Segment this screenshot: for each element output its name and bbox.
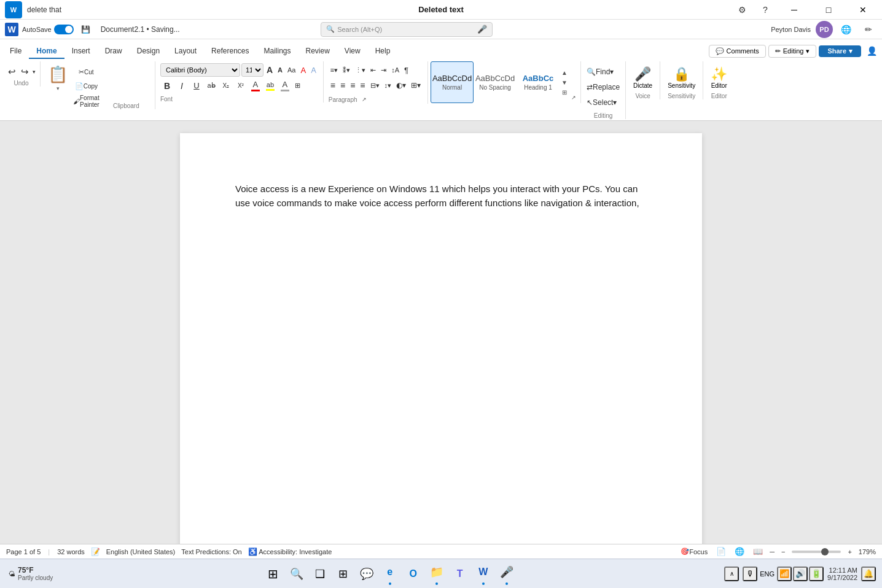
- text-effects-button[interactable]: A: [309, 63, 318, 77]
- accessibility-status[interactable]: ♿ Accessibility: Investigate: [248, 547, 332, 556]
- notification-button[interactable]: 🔔: [861, 567, 876, 581]
- voice-access-taskbar-button[interactable]: 🎤: [497, 562, 517, 582]
- web-layout-btn[interactable]: 🌐: [733, 545, 746, 559]
- redo-button[interactable]: ↪: [19, 65, 31, 79]
- font-color-button[interactable]: A: [249, 79, 262, 93]
- tab-help[interactable]: Help: [368, 44, 398, 59]
- multilevel-button[interactable]: ⋮▾: [353, 63, 367, 77]
- translate-icon[interactable]: 🌐: [838, 21, 855, 38]
- edge-button[interactable]: e: [380, 562, 400, 582]
- replace-button[interactable]: ⇄ Replace: [585, 80, 622, 94]
- help-icon[interactable]: ?: [757, 1, 774, 18]
- paste-button[interactable]: 📋: [45, 64, 70, 85]
- read-mode-btn[interactable]: 📖: [751, 545, 765, 559]
- subscript-button[interactable]: X₂: [219, 79, 233, 93]
- format-painter-button[interactable]: 🖌 Format Painter: [71, 93, 101, 109]
- tab-references[interactable]: References: [204, 44, 256, 59]
- file-explorer-button[interactable]: 📁: [427, 562, 447, 582]
- char-shade-button[interactable]: A: [278, 79, 292, 93]
- zoom-out-btn[interactable]: −: [779, 545, 787, 559]
- change-case-button[interactable]: Aa: [286, 63, 297, 77]
- text-predictions[interactable]: Text Predictions: On: [181, 548, 241, 555]
- tab-view[interactable]: View: [337, 44, 368, 59]
- char-border-button[interactable]: ⊞: [293, 79, 302, 93]
- copy-button[interactable]: 📄 Copy: [71, 79, 101, 93]
- tab-file[interactable]: File: [2, 44, 29, 59]
- style-heading1[interactable]: AaBbCc Heading 1: [517, 61, 560, 103]
- line-spacing-button[interactable]: ↕▾: [383, 79, 394, 92]
- mic-tray-icon[interactable]: 🎙: [743, 567, 757, 581]
- paragraph-expand-button[interactable]: ↗: [360, 95, 369, 104]
- search-button[interactable]: 🔍: [287, 564, 306, 584]
- avatar[interactable]: PD: [816, 21, 833, 38]
- cut-button[interactable]: ✂ Cut: [71, 65, 101, 79]
- align-left-button[interactable]: ≡: [329, 79, 337, 92]
- tab-draw[interactable]: Draw: [98, 44, 130, 59]
- increase-indent-button[interactable]: ⇥: [379, 63, 388, 77]
- find-button[interactable]: 🔍 Find ▾: [585, 65, 615, 79]
- show-formatting-button[interactable]: ¶: [402, 63, 410, 77]
- document-content[interactable]: Voice access is a new Experience on Wind…: [235, 182, 647, 210]
- styles-scroll-down[interactable]: ▼: [560, 77, 569, 87]
- document-area[interactable]: Voice access is a new Experience on Wind…: [0, 121, 882, 544]
- clock-area[interactable]: 12:11 AM 9/17/2022: [827, 567, 857, 581]
- search-bar[interactable]: 🔍 Search (Alt+Q) 🎤: [321, 22, 493, 37]
- taskview-button[interactable]: ❑: [310, 564, 330, 584]
- collaborators-icon[interactable]: 👤: [864, 43, 880, 59]
- close-button[interactable]: ✕: [849, 0, 877, 20]
- columns-button[interactable]: ⊟▾: [369, 79, 381, 92]
- share-button[interactable]: Share ▾: [819, 45, 861, 57]
- numbering-button[interactable]: ⁑▾: [341, 63, 352, 77]
- settings-icon[interactable]: ⚙: [733, 1, 751, 18]
- weather-widget[interactable]: 🌤 75°F Partly cloudy: [6, 563, 55, 584]
- language-indicator[interactable]: ENG: [759, 569, 776, 579]
- tab-review[interactable]: Review: [299, 44, 337, 59]
- editing-mode-button[interactable]: ✏ Editing ▾: [768, 45, 817, 58]
- tab-design[interactable]: Design: [130, 44, 167, 59]
- editor-button[interactable]: ✨ Editor: [708, 64, 730, 91]
- zoom-in-btn[interactable]: +: [846, 545, 853, 559]
- battery-icon[interactable]: 🔋: [809, 567, 824, 581]
- word-taskbar-button[interactable]: W: [474, 562, 493, 582]
- print-layout-btn[interactable]: 📄: [714, 545, 728, 559]
- start-button[interactable]: ⊞: [263, 564, 283, 584]
- document-paragraph[interactable]: Voice access is a new Experience on Wind…: [235, 182, 647, 210]
- grow-font-button[interactable]: A: [265, 63, 275, 77]
- italic-button[interactable]: I: [175, 79, 189, 93]
- highlight-button[interactable]: ab: [263, 79, 277, 93]
- sensitivity-button[interactable]: 🔒 Sensitivity: [665, 64, 698, 91]
- font-name-select[interactable]: Calibri (Body): [160, 63, 240, 77]
- superscript-button[interactable]: X²: [234, 79, 248, 93]
- paste-dropdown-btn[interactable]: ▾: [57, 85, 60, 91]
- tab-home[interactable]: Home: [29, 44, 64, 59]
- wifi-icon[interactable]: 📶: [777, 567, 792, 581]
- style-normal[interactable]: AaBbCcDd Normal: [431, 61, 474, 103]
- widgets-button[interactable]: ⊞: [334, 564, 353, 584]
- minimize-button[interactable]: ─: [780, 0, 808, 20]
- autosave-toggle[interactable]: [54, 25, 74, 34]
- teams-chat-button[interactable]: 💬: [357, 564, 377, 584]
- dictate-button[interactable]: 🎤 Dictate: [631, 64, 655, 91]
- outlook-button[interactable]: O: [404, 564, 423, 584]
- maximize-button[interactable]: □: [814, 0, 843, 20]
- overflow-icon[interactable]: ∧: [724, 567, 739, 581]
- comments-button[interactable]: 💬 Comments: [709, 45, 766, 58]
- document-page[interactable]: Voice access is a new Experience on Wind…: [180, 133, 702, 544]
- tab-insert[interactable]: Insert: [64, 44, 98, 59]
- strikethrough-button[interactable]: ab̶: [205, 79, 218, 93]
- undo-dropdown[interactable]: ▾: [32, 65, 36, 79]
- shrink-font-button[interactable]: A: [276, 63, 284, 77]
- quick-access-save[interactable]: 💾: [77, 21, 95, 38]
- underline-button[interactable]: U: [190, 79, 203, 93]
- bold-button[interactable]: B: [160, 79, 174, 93]
- focus-mode-button[interactable]: 🎯 Focus: [679, 545, 709, 559]
- styles-scroll-up[interactable]: ▲: [560, 68, 569, 77]
- pen-icon[interactable]: ✏: [860, 21, 877, 38]
- zoom-slider[interactable]: [792, 551, 841, 553]
- language-setting[interactable]: English (United States): [106, 548, 176, 555]
- teams-button[interactable]: T: [450, 564, 470, 584]
- styles-expand-button[interactable]: ↗: [569, 93, 578, 102]
- undo-button[interactable]: ↩: [6, 65, 18, 79]
- style-no-spacing[interactable]: AaBbCcDd No Spacing: [474, 61, 517, 103]
- styles-expand[interactable]: ⊞: [560, 87, 569, 97]
